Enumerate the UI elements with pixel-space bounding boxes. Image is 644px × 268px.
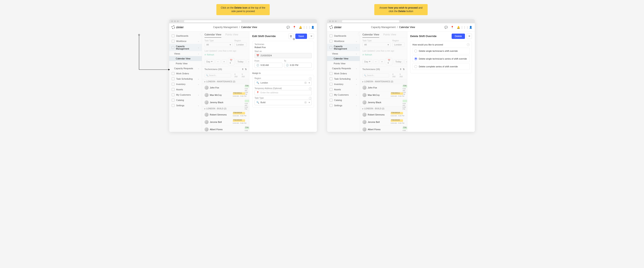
sidebar-item[interactable]: Points View [169,61,202,66]
sidebar-item[interactable]: Settings⌄ [169,103,202,108]
location-icon[interactable]: 📍 [293,26,296,29]
sidebar-item[interactable]: Capacity Management⌄ [327,44,360,51]
region-filter[interactable]: London [234,42,247,47]
sidebar-item[interactable]: Points View [327,61,360,66]
delete-option[interactable]: Delete single technician's series of shi… [412,55,470,62]
prev-button[interactable]: ‹ [404,59,407,64]
comment-icon[interactable]: 💬 [286,26,290,29]
task-type-filter[interactable]: All▾ [204,42,233,47]
sidebar-item[interactable]: Work Orders [327,71,360,76]
task-id: TSK [245,126,249,128]
sort-icon[interactable]: ⇅ [245,68,247,71]
help-icon[interactable]: ? [309,97,312,100]
bell-icon[interactable]: 🔔 [457,26,460,29]
today-button[interactable]: Today [394,59,403,64]
group-header[interactable]: ▸ LONDON - BUILD (2) [360,106,407,111]
sidebar-item[interactable]: Workforce⌄ [327,38,360,44]
sidebar-item[interactable]: Catalog [169,98,202,103]
search-input[interactable]: 🔍 Search... [362,74,389,77]
filter-icon[interactable]: ⚱ [242,68,244,71]
shift-bar[interactable] [245,100,249,102]
start-date-field[interactable]: 📅 21/03/2024 [254,53,312,58]
period-select[interactable]: Day▾ [204,59,214,64]
zoom-in[interactable]: + [380,59,384,64]
sort-icon[interactable]: ⇅ [403,68,405,71]
sidebar-item[interactable]: Task Scheduling⌄ [327,76,360,82]
from-time-field[interactable]: 🕘 9:00 AM [254,63,282,68]
apps-icon[interactable]: ⋮⋮⋮ [463,26,466,29]
url-bar[interactable] [342,20,399,22]
user-icon[interactable]: 👤 [311,26,314,29]
refresh-link[interactable]: Refresh [365,54,372,56]
sidebar-item[interactable]: Settings⌄ [327,103,360,108]
task-type-field[interactable]: 🔍 Buildⓧ▾ [254,100,312,105]
search-input[interactable]: 🔍 Search... [204,74,231,77]
logo[interactable]: zinier [330,26,342,29]
tab-calendar[interactable]: Calendar View [362,33,379,38]
zoom-out[interactable]: − [216,59,220,64]
zoom-in[interactable]: + [222,59,227,64]
region-filter[interactable]: London [392,42,405,47]
delete-option[interactable]: Delete single technician's shift overrid… [412,48,470,54]
close-icon[interactable]: ✕ [466,34,472,39]
group-header[interactable]: ▸ LONDON - BUILD (2) [202,106,249,111]
sidebar-item[interactable]: My Customers⌄ [169,92,202,98]
to-time-field[interactable]: 🕕 6:00 PM [284,63,312,68]
help-icon[interactable]: ? [467,43,470,46]
date-picker[interactable]: 📅 ▾ [228,58,234,65]
radio-icon[interactable] [414,65,417,68]
sidebar-item[interactable]: Work Orders [169,71,202,76]
sidebar-item[interactable]: Catalog [327,98,360,103]
sidebar-item[interactable]: Inventory⌄ [327,82,360,87]
sidebar-item[interactable]: Capacity Requests⌄ [169,66,202,71]
help-icon[interactable]: ? [309,77,312,80]
sidebar-item[interactable]: Inventory⌄ [169,82,202,87]
region-field[interactable]: 🔍 Londonⓧ▾ [254,80,312,86]
comment-icon[interactable]: 💬 [444,26,448,29]
sidebar-item[interactable]: Calendar View [169,56,202,61]
sidebar-item[interactable]: Dashboards [327,33,360,38]
today-button[interactable]: Today [236,59,245,64]
sidebar-item[interactable]: Views⌄ [169,51,202,56]
delete-button[interactable]: Delete [452,34,465,39]
refresh-link[interactable]: Refresh [207,54,214,56]
tab-calendar[interactable]: Calendar View [204,33,221,38]
sidebar-item[interactable]: Workforce⌄ [169,38,202,44]
sidebar-item[interactable]: Dashboards [169,33,202,38]
logo[interactable]: zinier [172,26,184,29]
delete-option[interactable]: Delete complete series of shift override [412,63,470,70]
clear-icon[interactable]: ⓧ [304,81,306,84]
sidebar-item[interactable]: My Customers⌄ [327,92,360,98]
url-bar[interactable] [184,20,242,22]
shift-bar[interactable] [402,100,407,102]
clear-icon[interactable]: ⓧ [304,101,306,104]
zoom-out[interactable]: − [374,59,378,64]
location-icon[interactable]: 📍 [450,26,454,29]
sidebar-item[interactable]: Capacity Management⌄ [169,44,202,51]
radio-icon[interactable] [414,50,417,52]
task-type-filter[interactable]: All▾ [362,42,391,47]
save-button[interactable]: Save [295,34,307,39]
bell-icon[interactable]: 🔔 [299,26,302,29]
sidebar-item[interactable]: Task Scheduling⌄ [169,76,202,82]
group-header[interactable]: ▸ LONDON - MAINTENANCE (2) [360,79,407,84]
sidebar-item[interactable]: Views⌄ [327,51,360,56]
help-icon[interactable]: ? [309,87,312,90]
tab-points[interactable]: Points View [226,33,238,36]
apps-icon[interactable]: ⋮⋮⋮ [305,26,308,29]
radio-icon[interactable] [414,57,417,60]
prev-button[interactable]: ‹ [246,59,249,64]
period-select[interactable]: Day▾ [362,59,372,64]
delete-icon[interactable]: 🗑 [288,34,294,39]
user-icon[interactable]: 👤 [469,26,472,29]
temp-address-field[interactable]: 📍 Enter the address [254,90,312,95]
sidebar-item[interactable]: Calendar View [327,56,360,61]
sidebar-item[interactable]: Assets [327,87,360,92]
date-picker[interactable]: 📅 ▾ [386,58,392,65]
filter-icon[interactable]: ⚱ [400,68,402,71]
group-header[interactable]: ▸ LONDON - MAINTENANCE (2) [202,79,249,84]
tab-points[interactable]: Points View [383,33,396,36]
close-icon[interactable]: ✕ [309,34,314,39]
sidebar-item[interactable]: Capacity Requests⌄ [327,66,360,71]
sidebar-item[interactable]: Assets [169,87,202,92]
